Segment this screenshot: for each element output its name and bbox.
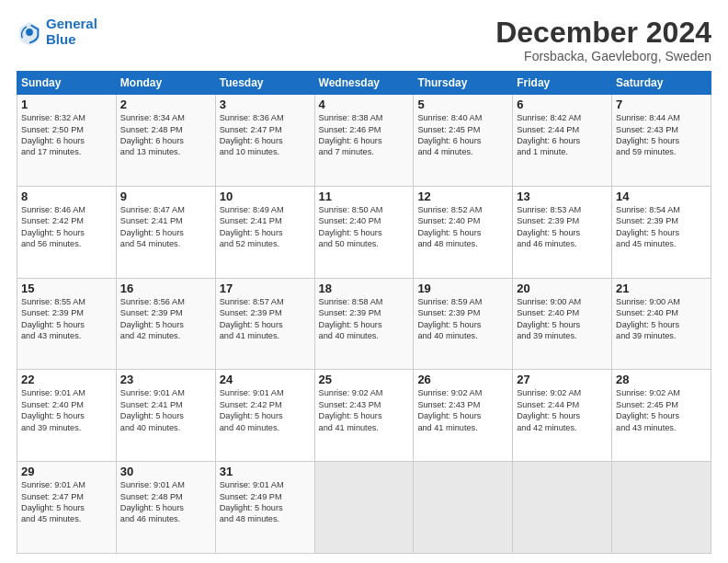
calendar-cell: 1Sunrise: 8:32 AMSunset: 2:50 PMDaylight… <box>17 95 117 187</box>
day-info: Sunrise: 8:59 AMSunset: 2:39 PMDaylight:… <box>417 296 508 342</box>
day-info: Sunrise: 8:57 AMSunset: 2:39 PMDaylight:… <box>220 296 311 342</box>
day-number: 3 <box>220 98 311 111</box>
calendar-cell: 4Sunrise: 8:38 AMSunset: 2:46 PMDaylight… <box>314 95 414 187</box>
day-number: 11 <box>319 190 410 203</box>
day-number: 26 <box>417 373 508 386</box>
day-info: Sunrise: 9:01 AMSunset: 2:48 PMDaylight:… <box>120 479 211 525</box>
calendar-cell: 18Sunrise: 8:58 AMSunset: 2:39 PMDayligh… <box>314 278 414 370</box>
calendar-header-monday: Monday <box>116 72 215 95</box>
day-number: 28 <box>616 373 707 386</box>
day-info: Sunrise: 8:56 AMSunset: 2:39 PMDaylight:… <box>120 296 211 342</box>
day-info: Sunrise: 9:02 AMSunset: 2:44 PMDaylight:… <box>517 387 608 433</box>
day-number: 30 <box>120 465 211 478</box>
day-info: Sunrise: 8:42 AMSunset: 2:44 PMDaylight:… <box>517 112 608 158</box>
header: General Blue December 2024 Forsbacka, Ga… <box>17 17 711 63</box>
calendar-cell: 7Sunrise: 8:44 AMSunset: 2:43 PMDaylight… <box>612 95 711 187</box>
day-number: 31 <box>220 465 311 478</box>
calendar-week-row: 1Sunrise: 8:32 AMSunset: 2:50 PMDaylight… <box>17 95 711 187</box>
day-number: 20 <box>517 282 608 295</box>
day-number: 7 <box>616 98 707 111</box>
day-info: Sunrise: 8:36 AMSunset: 2:47 PMDaylight:… <box>220 112 311 158</box>
calendar-header-friday: Friday <box>513 72 612 95</box>
calendar-header-wednesday: Wednesday <box>314 72 414 95</box>
logo-line2: Blue <box>46 31 76 47</box>
calendar-week-row: 22Sunrise: 9:01 AMSunset: 2:40 PMDayligh… <box>17 370 711 462</box>
calendar-cell: 3Sunrise: 8:36 AMSunset: 2:47 PMDaylight… <box>215 95 314 187</box>
day-number: 18 <box>319 282 410 295</box>
calendar-cell: 28Sunrise: 9:02 AMSunset: 2:45 PMDayligh… <box>612 370 711 462</box>
day-info: Sunrise: 9:00 AMSunset: 2:40 PMDaylight:… <box>616 296 707 342</box>
day-info: Sunrise: 8:34 AMSunset: 2:48 PMDaylight:… <box>120 112 211 158</box>
calendar-header-row: SundayMondayTuesdayWednesdayThursdayFrid… <box>17 72 711 95</box>
calendar-cell: 22Sunrise: 9:01 AMSunset: 2:40 PMDayligh… <box>17 370 117 462</box>
calendar-cell: 11Sunrise: 8:50 AMSunset: 2:40 PMDayligh… <box>314 186 414 278</box>
calendar-cell: 13Sunrise: 8:53 AMSunset: 2:39 PMDayligh… <box>513 186 612 278</box>
day-number: 21 <box>616 282 707 295</box>
day-number: 23 <box>120 373 211 386</box>
day-info: Sunrise: 9:01 AMSunset: 2:41 PMDaylight:… <box>120 387 211 433</box>
calendar-cell: 29Sunrise: 9:01 AMSunset: 2:47 PMDayligh… <box>17 462 117 554</box>
calendar-cell: 15Sunrise: 8:55 AMSunset: 2:39 PMDayligh… <box>17 278 117 370</box>
calendar-cell: 10Sunrise: 8:49 AMSunset: 2:41 PMDayligh… <box>215 186 314 278</box>
day-number: 5 <box>417 98 508 111</box>
calendar-cell: 23Sunrise: 9:01 AMSunset: 2:41 PMDayligh… <box>116 370 215 462</box>
calendar-cell: 25Sunrise: 9:02 AMSunset: 2:43 PMDayligh… <box>314 370 414 462</box>
calendar-header-sunday: Sunday <box>17 72 117 95</box>
day-info: Sunrise: 8:46 AMSunset: 2:42 PMDaylight:… <box>21 204 112 250</box>
page: General Blue December 2024 Forsbacka, Ga… <box>0 0 728 563</box>
day-info: Sunrise: 9:01 AMSunset: 2:47 PMDaylight:… <box>21 479 112 525</box>
day-info: Sunrise: 9:00 AMSunset: 2:40 PMDaylight:… <box>517 296 608 342</box>
calendar-cell: 20Sunrise: 9:00 AMSunset: 2:40 PMDayligh… <box>513 278 612 370</box>
calendar-cell: 17Sunrise: 8:57 AMSunset: 2:39 PMDayligh… <box>215 278 314 370</box>
calendar-cell: 30Sunrise: 9:01 AMSunset: 2:48 PMDayligh… <box>116 462 215 554</box>
day-number: 25 <box>319 373 410 386</box>
calendar-week-row: 29Sunrise: 9:01 AMSunset: 2:47 PMDayligh… <box>17 462 711 554</box>
day-info: Sunrise: 8:50 AMSunset: 2:40 PMDaylight:… <box>319 204 410 250</box>
day-info: Sunrise: 9:01 AMSunset: 2:49 PMDaylight:… <box>220 479 311 525</box>
calendar-cell: 19Sunrise: 8:59 AMSunset: 2:39 PMDayligh… <box>414 278 513 370</box>
day-info: Sunrise: 8:55 AMSunset: 2:39 PMDaylight:… <box>21 296 112 342</box>
calendar-header-tuesday: Tuesday <box>215 72 314 95</box>
calendar-cell: 21Sunrise: 9:00 AMSunset: 2:40 PMDayligh… <box>612 278 711 370</box>
calendar-cell: 16Sunrise: 8:56 AMSunset: 2:39 PMDayligh… <box>116 278 215 370</box>
calendar-cell: 12Sunrise: 8:52 AMSunset: 2:40 PMDayligh… <box>414 186 513 278</box>
logo-icon <box>17 19 42 45</box>
main-title: December 2024 <box>495 17 711 49</box>
day-info: Sunrise: 9:02 AMSunset: 2:43 PMDaylight:… <box>319 387 410 433</box>
day-number: 13 <box>517 190 608 203</box>
day-number: 19 <box>417 282 508 295</box>
day-info: Sunrise: 8:53 AMSunset: 2:39 PMDaylight:… <box>517 204 608 250</box>
day-number: 22 <box>21 373 112 386</box>
calendar-table: SundayMondayTuesdayWednesdayThursdayFrid… <box>17 71 711 554</box>
calendar-cell: 31Sunrise: 9:01 AMSunset: 2:49 PMDayligh… <box>215 462 314 554</box>
calendar-cell <box>414 462 513 554</box>
logo: General Blue <box>17 17 97 47</box>
day-number: 10 <box>220 190 311 203</box>
svg-point-1 <box>26 29 33 36</box>
day-number: 27 <box>517 373 608 386</box>
calendar-cell: 6Sunrise: 8:42 AMSunset: 2:44 PMDaylight… <box>513 95 612 187</box>
day-info: Sunrise: 8:38 AMSunset: 2:46 PMDaylight:… <box>319 112 410 158</box>
calendar-week-row: 15Sunrise: 8:55 AMSunset: 2:39 PMDayligh… <box>17 278 711 370</box>
day-number: 14 <box>616 190 707 203</box>
day-info: Sunrise: 9:02 AMSunset: 2:45 PMDaylight:… <box>616 387 707 433</box>
day-info: Sunrise: 9:02 AMSunset: 2:43 PMDaylight:… <box>417 387 508 433</box>
calendar-cell: 8Sunrise: 8:46 AMSunset: 2:42 PMDaylight… <box>17 186 117 278</box>
day-number: 17 <box>220 282 311 295</box>
calendar-cell <box>612 462 711 554</box>
day-info: Sunrise: 9:01 AMSunset: 2:40 PMDaylight:… <box>21 387 112 433</box>
calendar-header-saturday: Saturday <box>612 72 711 95</box>
logo-line1: General <box>46 16 97 31</box>
title-block: December 2024 Forsbacka, Gaevleborg, Swe… <box>495 17 711 63</box>
day-number: 29 <box>21 465 112 478</box>
calendar-cell: 27Sunrise: 9:02 AMSunset: 2:44 PMDayligh… <box>513 370 612 462</box>
day-number: 24 <box>220 373 311 386</box>
day-info: Sunrise: 8:40 AMSunset: 2:45 PMDaylight:… <box>417 112 508 158</box>
day-info: Sunrise: 8:32 AMSunset: 2:50 PMDaylight:… <box>21 112 112 158</box>
calendar-cell: 9Sunrise: 8:47 AMSunset: 2:41 PMDaylight… <box>116 186 215 278</box>
day-info: Sunrise: 8:44 AMSunset: 2:43 PMDaylight:… <box>616 112 707 158</box>
logo-text: General Blue <box>46 17 97 47</box>
day-number: 12 <box>417 190 508 203</box>
day-info: Sunrise: 8:52 AMSunset: 2:40 PMDaylight:… <box>417 204 508 250</box>
day-number: 16 <box>120 282 211 295</box>
